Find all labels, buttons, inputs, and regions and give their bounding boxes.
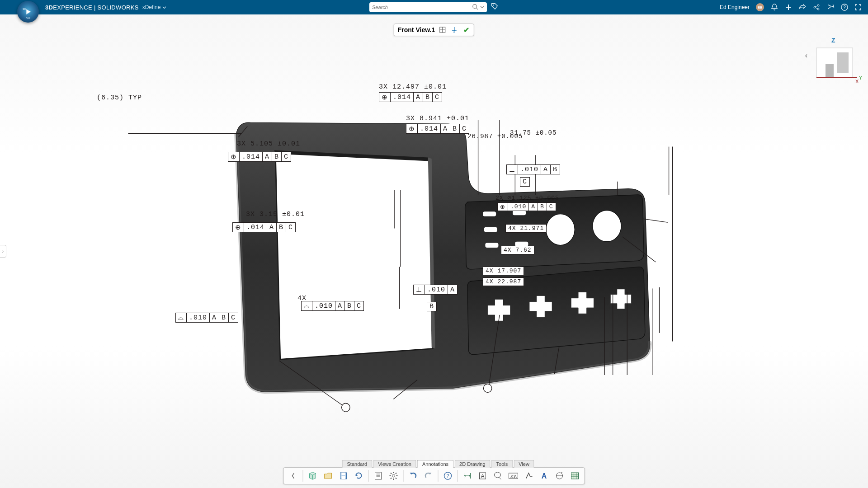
tool-balloon-icon[interactable]	[491, 469, 505, 483]
fcf-3x-8941: ⊕.014ABC	[406, 124, 469, 134]
tool-settings-icon[interactable]	[387, 469, 401, 483]
basic-21971: 4X 21.971	[505, 224, 547, 233]
svg-line-74	[396, 473, 396, 474]
basic-22987: 4X 22.987	[483, 277, 524, 286]
svg-point-3	[473, 4, 477, 8]
svg-line-75	[391, 478, 392, 479]
tool-datum-icon[interactable]: A	[538, 469, 551, 483]
tool-table-icon[interactable]	[568, 469, 582, 483]
fcf-holes: ⊕.010ABC	[497, 202, 556, 211]
svg-point-6	[774, 9, 775, 10]
tool-new-icon[interactable]	[306, 469, 320, 483]
tool-chevron-icon[interactable]	[287, 469, 300, 483]
svg-point-83	[495, 472, 501, 478]
tool-dimension-icon[interactable]	[461, 469, 474, 483]
svg-text:V.R: V.R	[26, 17, 31, 19]
svg-point-9	[814, 6, 816, 8]
search-input[interactable]	[372, 5, 472, 10]
view-triad[interactable]: ‹ Z X Y	[803, 37, 862, 89]
tool-help-icon[interactable]: ?	[441, 469, 455, 483]
svg-point-33	[546, 214, 575, 245]
ann-3x-5105: 3X 5.105 ±0.01	[237, 140, 300, 148]
tab-standard[interactable]: Standard	[342, 460, 373, 468]
compass-button[interactable]: 3D V.R	[17, 1, 39, 23]
svg-rect-29	[484, 227, 497, 232]
tool-datum-target-icon[interactable]	[553, 469, 566, 483]
viewport[interactable]: Front View.1 ✔ › ‹ Z X Y	[0, 14, 868, 488]
tool-text-frame-icon[interactable]: A	[476, 469, 490, 483]
view-grid-icon[interactable]	[439, 26, 447, 34]
triad-collapse-icon[interactable]: ‹	[805, 52, 807, 60]
svg-rect-63	[375, 472, 382, 479]
tag-icon[interactable]	[491, 2, 499, 12]
search-input-wrap[interactable]	[369, 2, 487, 12]
tab-annotations[interactable]: Annotations	[417, 460, 453, 468]
share-nodes-icon[interactable]	[813, 4, 820, 11]
tab-2d-drawing[interactable]: 2D Drawing	[454, 460, 490, 468]
tool-refresh-icon[interactable]	[352, 469, 366, 483]
confirm-check-icon[interactable]: ✔	[462, 26, 470, 34]
tool-redo-icon[interactable]	[422, 469, 435, 483]
svg-point-55	[483, 384, 491, 393]
svg-rect-23	[826, 64, 834, 78]
notifications-icon[interactable]	[770, 3, 778, 11]
fullscreen-icon[interactable]	[854, 4, 862, 11]
svg-text:Y: Y	[859, 75, 862, 80]
search-chevron-icon[interactable]	[480, 5, 484, 10]
tool-open-icon[interactable]	[321, 469, 335, 483]
ann-3x-12497: 3X 12.497 ±0.01	[379, 83, 447, 91]
tool-properties-icon[interactable]	[372, 469, 385, 483]
expand-left-handle[interactable]: ›	[0, 245, 6, 258]
fcf-3x-5105: ⊕.014ABC	[228, 152, 291, 162]
fcf-prof2: ⌓.010ABC	[175, 313, 238, 323]
ann-3x-8941: 3X 8.941 ±0.01	[406, 115, 469, 122]
view-plane-icon[interactable]	[450, 26, 458, 34]
svg-rect-27	[483, 211, 496, 216]
tab-views-creation[interactable]: Views Creation	[373, 460, 416, 468]
svg-point-19	[454, 30, 455, 32]
toolbar-row: ? A .01A A	[283, 467, 585, 484]
svg-rect-31	[485, 243, 498, 248]
svg-text:A: A	[481, 473, 484, 479]
svg-text:?: ?	[843, 5, 846, 10]
svg-rect-28	[513, 211, 526, 216]
help-icon[interactable]: ?	[841, 4, 848, 11]
svg-text:X: X	[855, 79, 859, 84]
svg-text:?: ?	[446, 473, 449, 479]
datum-c: C	[520, 177, 530, 187]
svg-rect-22	[837, 52, 849, 73]
svg-text:3D: 3D	[23, 8, 26, 10]
user-name[interactable]: Ed Engineer	[720, 4, 750, 10]
svg-point-67	[392, 474, 395, 477]
tool-gdt-icon[interactable]: .01A	[507, 469, 520, 483]
svg-point-10	[817, 5, 819, 6]
tool-surface-finish-icon[interactable]	[522, 469, 536, 483]
svg-point-58	[342, 403, 350, 412]
app-dropdown[interactable]: xDefine	[142, 4, 167, 10]
ann-fillet-typ: (6.35) TYP	[97, 94, 142, 102]
fcf-prof1: ⌓.010ABC	[301, 301, 364, 311]
ann-3175: 31.75 ±0.05	[510, 129, 557, 136]
svg-text:A: A	[542, 472, 547, 480]
plus-icon[interactable]	[785, 4, 792, 11]
basic-17907: 4X 17.907	[483, 267, 524, 275]
tool-undo-icon[interactable]	[406, 469, 420, 483]
fcf-perp2: ⊥.010A	[413, 285, 458, 295]
svg-rect-62	[342, 476, 345, 479]
tab-view[interactable]: View	[514, 460, 534, 468]
share-arrow-icon[interactable]	[798, 3, 807, 11]
avatar[interactable]: EE	[756, 3, 764, 11]
fcf-perp1: ⊥.010AB	[506, 164, 560, 174]
svg-line-91	[561, 472, 563, 473]
svg-line-13	[816, 8, 818, 9]
search-icon[interactable]	[472, 4, 478, 11]
tab-tools[interactable]: Tools	[491, 460, 513, 468]
fcf-3x-12497: ⊕.014ABC	[379, 92, 442, 102]
app-header: 3D V.R 3DEXPERIENCE | SOLIDWORKS xDefine…	[0, 0, 868, 14]
ann-3x-315: 3X 3.15 ±0.01	[246, 211, 305, 218]
svg-line-48	[643, 219, 668, 222]
svg-point-34	[593, 211, 621, 242]
tool-save-icon[interactable]	[337, 469, 350, 483]
svg-marker-1	[26, 9, 31, 14]
community-icon[interactable]	[826, 3, 835, 11]
